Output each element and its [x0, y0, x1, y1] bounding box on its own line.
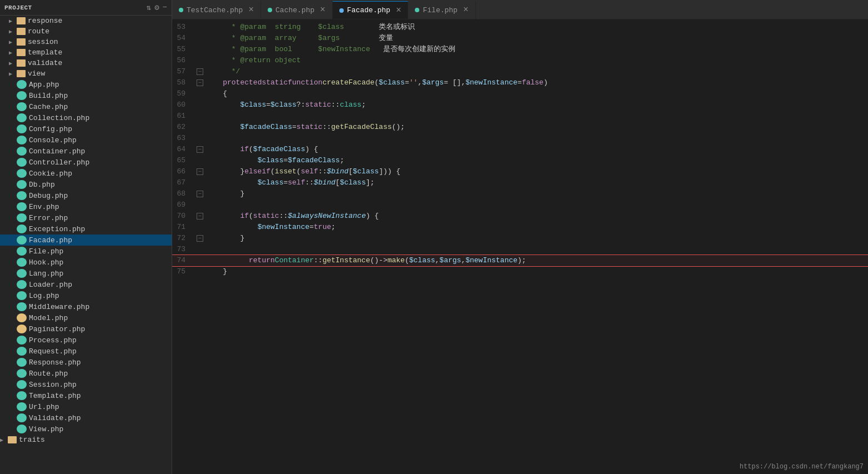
file-process[interactable]: ▶ Process.php [0, 335, 172, 346]
line-number-69: 69 [172, 199, 194, 211]
file-build[interactable]: ▶ Build.php [0, 90, 172, 101]
line-number-55: 55 [172, 44, 194, 55]
code-line-60: 60 $class = $class ?: static::class; [172, 99, 868, 111]
code-line-75: 75 } [172, 266, 868, 277]
file-template[interactable]: ▶ Template.php [0, 390, 172, 401]
tab-facade[interactable]: Facade.php × [333, 1, 409, 19]
file-app[interactable]: ▶ App.php [0, 79, 172, 90]
file-controller[interactable]: ▶ Controller.php [0, 157, 172, 168]
tab-testcache[interactable]: TestCache.php × [172, 1, 261, 19]
line-number-75: 75 [172, 266, 194, 277]
code-line-61: 61 [172, 111, 868, 122]
tab-close-testcache[interactable]: × [248, 5, 254, 15]
file-facade[interactable]: ▶ Facade.php [0, 234, 172, 246]
file-error[interactable]: ▶ Error.php [0, 212, 172, 223]
code-line-70: 70 − if (static::$alwaysNewInstance) { [172, 211, 868, 222]
file-validate[interactable]: ▶ Validate.php [0, 412, 172, 423]
file-db[interactable]: ▶ Db.php [0, 179, 172, 190]
line-number-68: 68 [172, 188, 194, 199]
file-cache[interactable]: ▶ Cache.php [0, 101, 172, 112]
file-debug[interactable]: ▶ Debug.php [0, 190, 172, 201]
code-line-54: 54 * @param array $args 变量 [172, 33, 868, 44]
expand-all-icon[interactable]: ⇅ [147, 3, 151, 12]
line-number-62: 62 [172, 122, 194, 133]
file-request[interactable]: ▶ Request.php [0, 346, 172, 357]
tab-file[interactable]: File.php × [408, 1, 475, 19]
file-route[interactable]: ▶ Route.php [0, 368, 172, 379]
file-config[interactable]: ▶ Config.php [0, 123, 172, 134]
gutter-72[interactable]: − [194, 235, 205, 242]
file-env[interactable]: ▶ Env.php [0, 201, 172, 212]
tab-label-cache: Cache.php [275, 6, 314, 14]
file-paginator[interactable]: ▶ Paginator.php [0, 323, 172, 335]
file-middleware[interactable]: ▶ Middleware.php [0, 301, 172, 312]
gutter-58[interactable]: − [194, 79, 205, 86]
code-line-72: 72 − } [172, 233, 868, 244]
code-editor[interactable]: 53 * @param string $class 类名或标识 54 * @pa… [172, 19, 868, 474]
folder-route[interactable]: ▶ route [0, 26, 172, 37]
file-session[interactable]: ▶ Session.php [0, 379, 172, 390]
file-model[interactable]: ▶ Model.php [0, 312, 172, 323]
editor-tabs: TestCache.php × Cache.php × Facade.php ×… [172, 0, 868, 19]
code-line-55: 55 * @param bool $newInstance 是否每次创建新的实例 [172, 44, 868, 55]
line-number-74: 74 [172, 255, 194, 266]
line-number-54: 54 [172, 33, 194, 44]
file-container[interactable]: ▶ Container.php [0, 146, 172, 157]
file-response[interactable]: ▶ Response.php [0, 357, 172, 368]
tab-close-facade[interactable]: × [396, 6, 402, 16]
settings-icon[interactable]: ⚙ [154, 3, 159, 12]
watermark: https://blog.csdn.net/fangkang7 [740, 463, 864, 471]
code-line-56: 56 * @return object [172, 55, 868, 66]
file-lang[interactable]: ▶ Lang.php [0, 268, 172, 279]
file-log[interactable]: ▶ Log.php [0, 290, 172, 301]
folder-traits[interactable]: ▶ traits [0, 435, 172, 445]
tab-label-facade: Facade.php [347, 6, 390, 14]
file-loader[interactable]: ▶ Loader.php [0, 279, 172, 290]
line-number-67: 67 [172, 177, 194, 188]
gutter-68[interactable]: − [194, 191, 205, 197]
file-url[interactable]: ▶ Url.php [0, 401, 172, 412]
tab-close-file[interactable]: × [463, 5, 469, 15]
code-line-58: 58 − protected static function createFac… [172, 77, 868, 88]
tab-icon-file [415, 8, 419, 12]
code-line-53: 53 * @param string $class 类名或标识 [172, 22, 868, 33]
code-line-57: 57 − */ [172, 66, 868, 77]
gutter-66[interactable]: − [194, 168, 205, 175]
gutter-57[interactable]: − [194, 68, 205, 75]
code-line-68: 68 − } [172, 188, 868, 199]
line-number-63: 63 [172, 133, 194, 144]
sidebar-title: Project [4, 4, 32, 11]
file-view[interactable]: ▶ View.php [0, 423, 172, 435]
tab-cache[interactable]: Cache.php × [261, 1, 333, 19]
folder-view[interactable]: ▶ view [0, 68, 172, 79]
folder-validate[interactable]: ▶ validate [0, 58, 172, 68]
gutter-70[interactable]: − [194, 213, 205, 219]
tab-label-file: File.php [423, 6, 457, 14]
code-line-69: 69 [172, 199, 868, 211]
file-file[interactable]: ▶ File.php [0, 246, 172, 257]
line-number-59: 59 [172, 88, 194, 99]
file-exception[interactable]: ▶ Exception.php [0, 223, 172, 234]
code-line-63: 63 [172, 133, 868, 144]
gutter-64[interactable]: − [194, 146, 205, 153]
folder-response[interactable]: ▶ response [0, 16, 172, 26]
code-line-73: 73 [172, 244, 868, 255]
code-line-74: 74 return Container::getInstance()->make… [172, 255, 868, 266]
file-collection[interactable]: ▶ Collection.php [0, 112, 172, 123]
minimize-icon[interactable]: − [163, 3, 167, 12]
file-hook[interactable]: ▶ Hook.php [0, 257, 172, 268]
sidebar-header-icons: ⇅ ⚙ − [147, 3, 167, 12]
code-lines: 53 * @param string $class 类名或标识 54 * @pa… [172, 19, 868, 474]
line-number-70: 70 [172, 211, 194, 222]
file-console[interactable]: ▶ Console.php [0, 134, 172, 146]
sidebar: Project ⇅ ⚙ − ▶ response ▶ route ▶ sessi… [0, 0, 172, 474]
line-number-66: 66 [172, 166, 194, 177]
folder-template[interactable]: ▶ template [0, 47, 172, 58]
line-number-65: 65 [172, 155, 194, 166]
file-cookie[interactable]: ▶ Cookie.php [0, 168, 172, 179]
folder-session[interactable]: ▶ session [0, 37, 172, 47]
tab-icon-cache [268, 8, 272, 12]
code-line-62: 62 $facadeClass = static::getFacadeClass… [172, 122, 868, 133]
tab-close-cache[interactable]: × [320, 5, 325, 15]
line-number-73: 73 [172, 244, 194, 255]
